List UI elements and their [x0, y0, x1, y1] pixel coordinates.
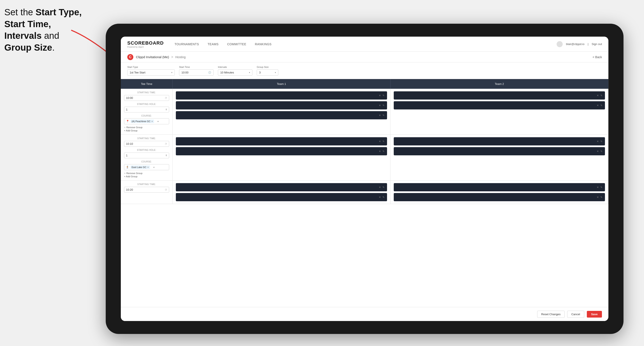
player-actions: ✕ ✎ [379, 186, 384, 189]
tablet-frame: SCOREBOARD Powered by clipp'd TOURNAMENT… [106, 24, 624, 334]
nav-tournaments[interactable]: TOURNAMENTS [174, 41, 199, 47]
start-type-label: Start Type [127, 66, 175, 68]
player-edit-icon[interactable]: ✎ [600, 104, 602, 107]
player-actions: ✕ ✎ [597, 186, 602, 189]
player-actions: ✕ ✎ [379, 150, 384, 153]
player-remove-icon[interactable]: ✕ [379, 196, 381, 199]
starting-time-input-3[interactable]: 10:20 ⏱ [124, 187, 169, 193]
player-actions: ✕ ✎ [379, 140, 384, 143]
player-edit-icon[interactable]: ✎ [382, 196, 384, 199]
course-select-2[interactable]: 🏌 East Lake GC ✕ ▾ [124, 164, 169, 170]
player-remove-icon[interactable]: ✕ [597, 150, 599, 153]
player-edit-icon[interactable]: ✎ [600, 94, 602, 97]
player-edit-icon[interactable]: ✎ [382, 104, 384, 107]
player-remove-icon[interactable]: ✕ [597, 186, 599, 189]
starting-time-input-1[interactable]: 10:00 ⏱ [124, 95, 169, 101]
reset-changes-button[interactable]: Reset Changes [537, 311, 565, 318]
start-type-select[interactable]: 1st Tee Start ▾ [127, 69, 175, 76]
logo-area: SCOREBOARD Powered by clipp'd [127, 40, 164, 48]
player-edit-icon[interactable]: ✎ [382, 150, 384, 153]
stepper-icon-1: ⬍ [165, 108, 167, 111]
team1-column-3: ✕ ✎ ✕ ✎ [172, 180, 390, 204]
player-remove-icon[interactable]: ✕ [379, 94, 381, 97]
nav-bar: SCOREBOARD Powered by clipp'd TOURNAMENT… [121, 37, 608, 52]
sign-out-link[interactable]: Sign out [592, 42, 602, 46]
player-edit-icon[interactable]: ✎ [600, 196, 602, 199]
clock-icon-2: ⏱ [165, 143, 167, 145]
header-team2: Team 2 [390, 79, 608, 89]
starting-time-input-2[interactable]: 10:10 ⏱ [124, 141, 169, 147]
user-avatar [556, 41, 563, 47]
player-remove-icon[interactable]: ✕ [597, 196, 599, 199]
player-remove-icon[interactable]: ✕ [379, 104, 381, 107]
player-row: ✕ ✎ [176, 193, 387, 201]
remove-group-1[interactable]: ○ Remove Group [124, 126, 169, 129]
player-remove-icon[interactable]: ✕ [597, 140, 599, 143]
start-type-value: 1st Tee Start [130, 71, 146, 74]
intervals-select[interactable]: 10 Minutes ▾ [218, 69, 252, 76]
player-edit-icon[interactable]: ✎ [382, 94, 384, 97]
intervals-group: Intervals 10 Minutes ▾ [218, 66, 252, 76]
remove-group-2[interactable]: ○ Remove Group [124, 172, 169, 174]
player-row: ✕ ✎ [176, 91, 387, 100]
player-remove-icon[interactable]: ✕ [379, 150, 381, 153]
cancel-button[interactable]: Cancel [567, 311, 584, 318]
group-size-group: Group Size 3 ▾ [257, 66, 278, 76]
player-row: ✕ ✎ [394, 101, 605, 109]
user-email: blair@clippd.io [566, 42, 584, 46]
player-remove-icon[interactable]: ✕ [379, 186, 381, 189]
logo-text: SCOREBOARD [127, 40, 164, 46]
player-edit-icon[interactable]: ✎ [382, 186, 384, 189]
instruction-bold2: Start Time, [4, 19, 51, 29]
start-type-group: Start Type 1st Tee Start ▾ [127, 66, 175, 76]
player-remove-icon[interactable]: ✕ [597, 94, 599, 97]
nav-teams[interactable]: TEAMS [208, 41, 218, 47]
course-label-1: COURSE: [124, 115, 169, 117]
add-group-2[interactable]: + Add Group [124, 175, 169, 178]
player-actions: ✕ ✎ [597, 140, 602, 143]
group-size-select[interactable]: 3 ▾ [257, 69, 278, 76]
player-row: ✕ ✎ [394, 91, 605, 100]
course-chevron-icon-2: ▾ [154, 166, 154, 169]
player-edit-icon[interactable]: ✎ [382, 114, 384, 117]
main-content: Tee Time Team 1 Team 2 STARTING TIME: 10… [121, 79, 608, 307]
save-button[interactable]: Save [587, 311, 602, 318]
add-group-1[interactable]: + Add Group [124, 129, 169, 132]
group-2: STARTING TIME: 10:10 ⏱ STARTING HOLE: 1 … [121, 135, 608, 180]
player-row: ✕ ✎ [394, 147, 605, 155]
player-remove-icon[interactable]: ✕ [379, 114, 381, 117]
instruction-bold1: Start Type, [36, 7, 82, 17]
player-edit-icon[interactable]: ✎ [600, 186, 602, 189]
player-edit-icon[interactable]: ✎ [600, 150, 602, 153]
player-actions: ✕ ✎ [597, 104, 602, 107]
player-edit-icon[interactable]: ✎ [382, 140, 384, 143]
instruction-bold4: Group Size [4, 42, 52, 53]
action-links-1: ○ Remove Group + Add Group [124, 126, 169, 132]
intervals-chevron-icon: ▾ [249, 71, 250, 74]
course-select-1[interactable]: 📍 (A) Peachtree GC ✕ ▾ [124, 118, 169, 124]
instruction-bold3: Intervals [4, 31, 42, 41]
start-time-input[interactable]: 10:00 🕙 [179, 69, 214, 76]
course-icon-2: 🏌 [126, 166, 129, 169]
player-actions: ✕ ✎ [597, 196, 602, 199]
player-edit-icon[interactable]: ✎ [600, 140, 602, 143]
starting-hole-input-1[interactable]: 1 ⬍ [124, 107, 169, 112]
nav-committee[interactable]: COMMITTEE [227, 41, 246, 47]
action-links-2: ○ Remove Group + Add Group [124, 172, 169, 178]
player-remove-icon[interactable]: ✕ [379, 140, 381, 143]
starting-hole-input-2[interactable]: 1 ⬍ [124, 153, 169, 158]
player-remove-icon[interactable]: ✕ [597, 104, 599, 107]
starting-time-label-1: STARTING TIME: [124, 91, 169, 94]
tee-time-panel-1: STARTING TIME: 10:00 ⏱ STARTING HOLE: 1 … [121, 89, 172, 135]
course-tag-remove-1[interactable]: ✕ [151, 120, 153, 123]
player-actions: ✕ ✎ [379, 196, 384, 199]
back-button[interactable]: < Back [593, 55, 602, 59]
header-team1: Team 1 [172, 79, 390, 89]
course-tag-remove-2[interactable]: ✕ [147, 166, 149, 169]
sub-nav: C Clippd Invitational (Me) > Hosting < B… [121, 52, 608, 62]
player-row: ✕ ✎ [176, 147, 387, 155]
group-size-chevron-icon: ▾ [275, 71, 276, 74]
stepper-icon-2: ⬍ [165, 154, 167, 157]
logo-sub: Powered by clipp'd [127, 46, 164, 48]
nav-rankings[interactable]: RANKINGS [255, 41, 272, 47]
